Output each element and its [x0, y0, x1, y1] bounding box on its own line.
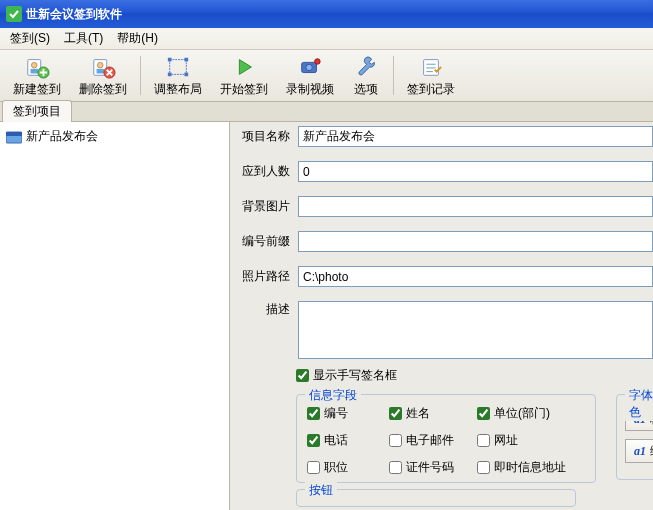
toolbar-start-label: 开始签到 [220, 81, 268, 98]
chk-id[interactable]: 编号 [307, 405, 387, 422]
svg-marker-14 [239, 60, 251, 75]
project-item-icon [6, 130, 22, 144]
toolbar-record-label: 录制视频 [286, 81, 334, 98]
menu-help[interactable]: 帮助(H) [117, 30, 158, 47]
toolbar-checkin-history[interactable]: 签到记录 [398, 50, 464, 101]
toolbar-start-checkin[interactable]: 开始签到 [211, 50, 277, 101]
svg-point-17 [315, 59, 321, 65]
legend-font-color: 字体以及颜色 [625, 387, 653, 421]
input-prefix[interactable] [298, 231, 653, 252]
window-titlebar: 世新会议签到软件 [0, 0, 653, 28]
chk-email[interactable]: 电子邮件 [389, 432, 475, 449]
menu-checkin[interactable]: 签到(S) [10, 30, 50, 47]
project-form: 项目名称 应到人数 背景图片 编号前缀 照片路径 描述 显示手写签名框 [230, 122, 653, 510]
project-tree: 新产品发布会 [0, 122, 230, 510]
svg-rect-11 [184, 58, 188, 62]
button-edit-style[interactable]: a1 编辑框 [625, 439, 653, 463]
wrench-icon [352, 55, 380, 79]
window-title: 世新会议签到软件 [26, 6, 122, 23]
toolbar-new-label: 新建签到 [13, 81, 61, 98]
toolbar-separator-2 [393, 56, 394, 95]
svg-rect-12 [168, 73, 172, 77]
toolbar-adjust-layout[interactable]: 调整布局 [145, 50, 211, 101]
checkbox-show-signature[interactable]: 显示手写签名框 [296, 367, 653, 384]
svg-rect-0 [6, 6, 22, 22]
toolbar-new-checkin[interactable]: 新建签到 [4, 50, 70, 101]
input-background[interactable] [298, 196, 653, 217]
tab-strip: 签到项目 [0, 102, 653, 122]
label-photo: 照片路径 [238, 268, 290, 285]
chk-url[interactable]: 网址 [477, 432, 587, 449]
svg-rect-7 [97, 69, 104, 74]
chk-dept[interactable]: 单位(部门) [477, 405, 587, 422]
svg-point-2 [31, 62, 37, 68]
checkbox-show-signature-label: 显示手写签名框 [313, 367, 397, 384]
chk-idno[interactable]: 证件号码 [389, 459, 475, 476]
new-checkin-icon [23, 55, 51, 79]
svg-rect-10 [168, 58, 172, 62]
chk-im[interactable]: 即时信息地址 [477, 459, 587, 476]
fieldset-font-color: 字体以及颜色 a1 标签 a1 编辑框 [616, 394, 653, 480]
chk-phone[interactable]: 电话 [307, 432, 387, 449]
delete-checkin-icon [89, 55, 117, 79]
camera-icon [296, 55, 324, 79]
app-icon [6, 6, 22, 22]
toolbar-record-video[interactable]: 录制视频 [277, 50, 343, 101]
svg-rect-13 [184, 73, 188, 77]
fieldset-buttons: 按钮 [296, 489, 576, 507]
input-expected[interactable] [298, 161, 653, 182]
label-expected: 应到人数 [238, 163, 290, 180]
toolbar: 新建签到 删除签到 调整布局 开始签到 [0, 50, 653, 102]
toolbar-layout-label: 调整布局 [154, 81, 202, 98]
toolbar-options[interactable]: 选项 [343, 50, 389, 101]
toolbar-delete-label: 删除签到 [79, 81, 127, 98]
chk-title[interactable]: 职位 [307, 459, 387, 476]
svg-point-16 [306, 64, 312, 70]
tab-checkin-project[interactable]: 签到项目 [2, 100, 72, 122]
toolbar-separator [140, 56, 141, 95]
svg-rect-3 [31, 69, 38, 74]
checkbox-show-signature-input[interactable] [296, 369, 309, 382]
label-project-name: 项目名称 [238, 128, 290, 145]
label-background: 背景图片 [238, 198, 290, 215]
font-icon: a1 [634, 444, 646, 459]
menu-tools[interactable]: 工具(T) [64, 30, 103, 47]
content-area: 新产品发布会 项目名称 应到人数 背景图片 编号前缀 照片路径 描述 [0, 122, 653, 510]
input-project-name[interactable] [298, 126, 653, 147]
legend-buttons: 按钮 [305, 482, 337, 499]
menubar: 签到(S) 工具(T) 帮助(H) [0, 28, 653, 50]
layout-icon [164, 55, 192, 79]
svg-point-6 [97, 62, 103, 68]
input-desc[interactable] [298, 301, 653, 359]
tree-item-project[interactable]: 新产品发布会 [2, 126, 227, 147]
toolbar-options-label: 选项 [354, 81, 378, 98]
label-prefix: 编号前缀 [238, 233, 290, 250]
fieldset-info-fields: 信息字段 编号 姓名 单位(部门) 电话 电子邮件 网址 职位 证件号码 即时信… [296, 394, 596, 483]
svg-rect-9 [170, 60, 187, 75]
toolbar-delete-checkin[interactable]: 删除签到 [70, 50, 136, 101]
play-icon [230, 55, 258, 79]
legend-info-fields: 信息字段 [305, 387, 361, 404]
chk-name[interactable]: 姓名 [389, 405, 475, 422]
label-desc: 描述 [238, 301, 290, 318]
tree-item-label: 新产品发布会 [26, 128, 98, 145]
toolbar-history-label: 签到记录 [407, 81, 455, 98]
history-icon [417, 55, 445, 79]
svg-rect-20 [6, 132, 22, 136]
input-photo[interactable] [298, 266, 653, 287]
